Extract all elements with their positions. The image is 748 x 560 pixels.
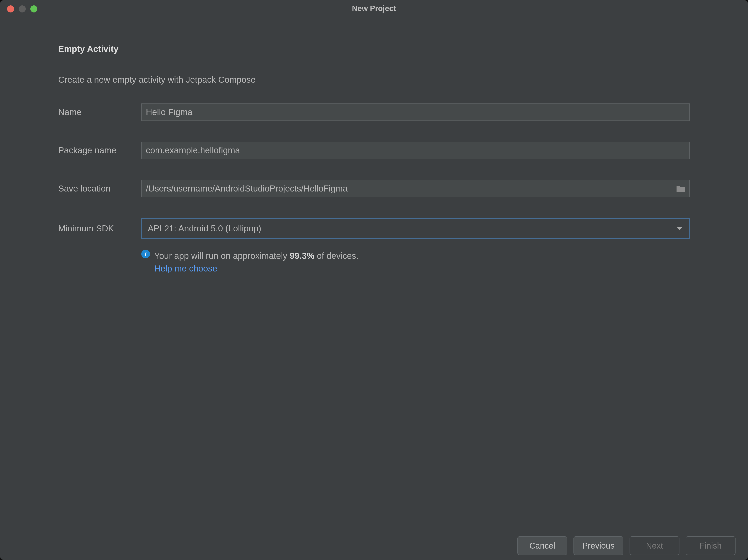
name-label: Name bbox=[58, 107, 141, 117]
finish-button: Finish bbox=[686, 536, 735, 555]
chevron-down-icon bbox=[677, 227, 682, 230]
help-me-choose-link[interactable]: Help me choose bbox=[154, 264, 217, 273]
sdk-label: Minimum SDK bbox=[58, 223, 141, 234]
page-heading: Empty Activity bbox=[58, 44, 690, 54]
maximize-window-button[interactable] bbox=[30, 5, 38, 13]
sdk-coverage-percent: 99.3% bbox=[290, 251, 314, 261]
new-project-dialog: New Project Empty Activity Create a new … bbox=[0, 0, 748, 560]
sdk-selected-value: API 21: Android 5.0 (Lollipop) bbox=[148, 223, 261, 234]
location-row: Save location bbox=[58, 180, 690, 197]
location-label: Save location bbox=[58, 184, 141, 194]
info-icon: i bbox=[141, 250, 150, 259]
page-subheading: Create a new empty activity with Jetpack… bbox=[58, 75, 690, 85]
location-input[interactable] bbox=[141, 180, 690, 197]
dialog-content: Empty Activity Create a new empty activi… bbox=[0, 17, 748, 273]
name-input[interactable] bbox=[141, 103, 690, 121]
sdk-coverage-suffix: of devices. bbox=[314, 251, 358, 261]
package-row: Package name bbox=[58, 142, 690, 159]
previous-button[interactable]: Previous bbox=[574, 536, 623, 555]
sdk-coverage-text: Your app will run on approximately 99.3%… bbox=[154, 249, 359, 263]
cancel-button[interactable]: Cancel bbox=[517, 536, 567, 555]
name-row: Name bbox=[58, 103, 690, 121]
sdk-info-row: i Your app will run on approximately 99.… bbox=[141, 249, 690, 273]
next-button: Next bbox=[630, 536, 679, 555]
package-label: Package name bbox=[58, 145, 141, 155]
package-input[interactable] bbox=[141, 142, 690, 159]
sdk-row: Minimum SDK API 21: Android 5.0 (Lollipo… bbox=[58, 218, 690, 239]
minimum-sdk-select[interactable]: API 21: Android 5.0 (Lollipop) bbox=[141, 218, 690, 239]
close-window-button[interactable] bbox=[7, 5, 14, 13]
window-title: New Project bbox=[352, 4, 396, 13]
window-controls bbox=[7, 5, 38, 13]
titlebar: New Project bbox=[0, 0, 748, 17]
minimize-window-button[interactable] bbox=[19, 5, 26, 13]
dialog-footer: Cancel Previous Next Finish bbox=[0, 531, 748, 560]
sdk-coverage-prefix: Your app will run on approximately bbox=[154, 251, 290, 261]
browse-folder-icon[interactable] bbox=[676, 185, 686, 193]
